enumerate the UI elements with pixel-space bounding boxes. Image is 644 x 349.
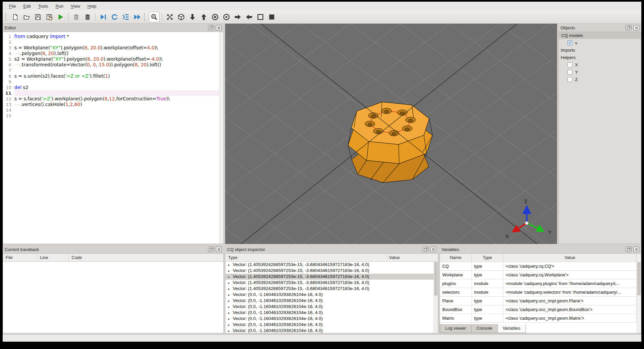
- iso-view-button[interactable]: [176, 12, 186, 22]
- inspector-row[interactable]: ▸Vector: (1.4053924288597253e-15, -3.680…: [225, 280, 434, 286]
- variable-row[interactable]: selectorsmodule<module 'cadquery.selecto…: [440, 288, 637, 296]
- traceback-column-line[interactable]: Line: [37, 254, 69, 261]
- variables-scrollbar[interactable]: [637, 254, 641, 333]
- top-view-button[interactable]: [187, 12, 198, 22]
- helper-checkbox[interactable]: [567, 62, 572, 67]
- objects-close-button[interactable]: [633, 25, 639, 30]
- editor-scrollbar[interactable]: [219, 32, 223, 244]
- expand-arrow-icon[interactable]: ▸: [228, 328, 233, 333]
- inspector-row[interactable]: ▸Vector: (1.4053924288597253e-15, -3.680…: [225, 268, 434, 274]
- tab-variables[interactable]: Variables: [497, 324, 526, 333]
- code-line[interactable]: 12s = s.faces('>Z').workplane().polygon(…: [3, 96, 223, 102]
- open-file-button[interactable]: [21, 12, 32, 22]
- continue-button[interactable]: [132, 12, 143, 22]
- menu-view[interactable]: View: [67, 2, 84, 10]
- variable-row[interactable]: Workplanetype<class 'cadquery.cq.Workpla…: [440, 270, 637, 279]
- variables-column-name[interactable]: Name: [440, 254, 472, 262]
- code-line[interactable]: 13····.vertices().cskHole(1,2,60): [3, 102, 223, 107]
- shaded-button[interactable]: [266, 12, 277, 22]
- menu-run[interactable]: Run: [52, 2, 67, 10]
- inspector-close-button[interactable]: [430, 247, 436, 252]
- variables-float-button[interactable]: [626, 247, 632, 252]
- variables-close-button[interactable]: [633, 247, 639, 252]
- expand-arrow-icon[interactable]: ▸: [228, 322, 233, 328]
- expand-arrow-icon[interactable]: ▸: [228, 310, 233, 316]
- inspector-row[interactable]: ▸Vector: (1.4053924288597253e-15, -3.680…: [225, 286, 434, 292]
- helper-checkbox[interactable]: [567, 77, 572, 82]
- inspector-row[interactable]: ▸Vector: (1.4053924288597253e-15, -3.680…: [225, 274, 434, 280]
- helper-item-x[interactable]: X: [559, 61, 641, 68]
- menu-help[interactable]: Help: [84, 2, 100, 10]
- inspector-float-button[interactable]: [423, 247, 429, 252]
- code-line[interactable]: 3s = Workplane("XY").polygon(8, 20.0).wo…: [3, 45, 223, 51]
- inspector-scrollbar[interactable]: [434, 262, 438, 333]
- inspector-row[interactable]: ▸Vector: (0.0, -1.1604610293826104e-16, …: [225, 292, 434, 298]
- menu-edit[interactable]: Edit: [20, 2, 34, 10]
- inspector-row[interactable]: ▸Vector: (0.0, -1.1604610293826104e-16, …: [225, 310, 434, 316]
- variable-row[interactable]: BoundBoxtype<class 'cadquery.occ_impl.ge…: [440, 305, 637, 314]
- code-line[interactable]: 4····.polygon(8, 20).loft(): [3, 51, 223, 56]
- inspector-row[interactable]: ▸Vector: (1.4053924288597253e-15, -3.680…: [225, 262, 434, 268]
- traceback-column-code[interactable]: Code: [69, 254, 223, 261]
- tab-log-viewer[interactable]: Log viewer: [440, 324, 472, 333]
- helpers-section[interactable]: Helpers: [559, 54, 641, 61]
- tab-console[interactable]: Console: [471, 324, 498, 333]
- traceback-column-file[interactable]: File: [3, 254, 37, 261]
- fit-all-button[interactable]: [164, 12, 175, 22]
- code-line[interactable]: 9: [3, 79, 223, 85]
- code-line[interactable]: 10del s2: [3, 85, 223, 90]
- variable-row[interactable]: Planetype<class 'cadquery.occ_impl.geom.…: [440, 296, 637, 305]
- inspector-row[interactable]: ▸Vector: (0.0, -1.1604610293826104e-16, …: [225, 328, 434, 333]
- bottom-view-button[interactable]: [198, 12, 209, 22]
- cq-models-group[interactable]: CQ models: [559, 32, 641, 39]
- code-line[interactable]: 7: [3, 68, 223, 73]
- save-button[interactable]: [33, 12, 43, 22]
- menu-file[interactable]: File: [5, 2, 20, 10]
- expand-arrow-icon[interactable]: ▸: [228, 268, 233, 274]
- variable-row[interactable]: CQtype<class 'cadquery.cq.CQ'>: [440, 262, 637, 270]
- inspector-row[interactable]: ▸Vector: (0.0, -1.1604610293826104e-16, …: [225, 304, 434, 310]
- right-view-button[interactable]: [244, 12, 254, 22]
- code-line[interactable]: 14: [3, 107, 223, 113]
- helper-checkbox[interactable]: [567, 70, 572, 75]
- expand-arrow-icon[interactable]: ▸: [228, 280, 233, 286]
- variable-row[interactable]: pluginsmodule<module 'cadquery.plugins' …: [440, 279, 637, 288]
- step-into-button[interactable]: [121, 12, 131, 22]
- objects-float-button[interactable]: [626, 25, 632, 30]
- expand-arrow-icon[interactable]: ▸: [228, 316, 233, 322]
- render-button[interactable]: [55, 12, 66, 22]
- variable-row[interactable]: Matrixtype<class 'cadquery.occ_impl.geom…: [440, 314, 637, 322]
- code-line[interactable]: 6····.transformed(rotate=Vector(0, 0, 15…: [3, 62, 223, 68]
- fit-button[interactable]: [149, 12, 160, 22]
- debug-run-button[interactable]: [98, 12, 109, 22]
- front-view-button[interactable]: [210, 12, 220, 22]
- inspector-row[interactable]: ▸Vector: (0.0, -1.1604610293826104e-16, …: [225, 322, 434, 328]
- toolbar-drag-handle[interactable]: [144, 13, 146, 21]
- delete-button[interactable]: [82, 12, 93, 22]
- helper-item-y[interactable]: Y: [559, 68, 641, 76]
- cad-model[interactable]: [348, 102, 433, 183]
- helper-item-z[interactable]: Z: [559, 76, 641, 83]
- editor-close-button[interactable]: [216, 25, 222, 30]
- expand-arrow-icon[interactable]: ▸: [228, 286, 233, 292]
- toolbar-drag-handle[interactable]: [5, 13, 7, 21]
- model-item-s[interactable]: ✓ s: [559, 39, 641, 46]
- code-editor[interactable]: 1from cadquery import *23s = Workplane("…: [3, 32, 224, 244]
- expand-arrow-icon[interactable]: ▸: [228, 298, 233, 304]
- new-file-button[interactable]: [10, 12, 21, 22]
- traceback-float-button[interactable]: [208, 247, 214, 252]
- editor-float-button[interactable]: [208, 25, 214, 30]
- code-line[interactable]: 5s2 = Workplane("XY").polygon(8, 20.0).w…: [3, 56, 223, 62]
- save-as-button[interactable]: [44, 12, 55, 22]
- back-view-button[interactable]: [221, 12, 232, 22]
- expand-arrow-icon[interactable]: ▸: [228, 304, 233, 310]
- expand-arrow-icon[interactable]: ▸: [228, 274, 233, 280]
- traceback-close-button[interactable]: [216, 247, 222, 252]
- inspector-row[interactable]: ▸Vector: (0.0, -1.1604610293826104e-16, …: [225, 316, 434, 322]
- model-checkbox[interactable]: ✓: [567, 40, 572, 45]
- expand-arrow-icon[interactable]: ▸: [228, 292, 233, 298]
- inspector-row[interactable]: ▸Vector: (0.0, -1.1604610293826104e-16, …: [225, 298, 434, 304]
- variables-column-type[interactable]: Type: [472, 254, 503, 262]
- 3d-viewport[interactable]: Z X Y: [225, 24, 557, 244]
- code-line[interactable]: 8s = s.union(s2).faces('>Z or <Z').fille…: [3, 73, 223, 79]
